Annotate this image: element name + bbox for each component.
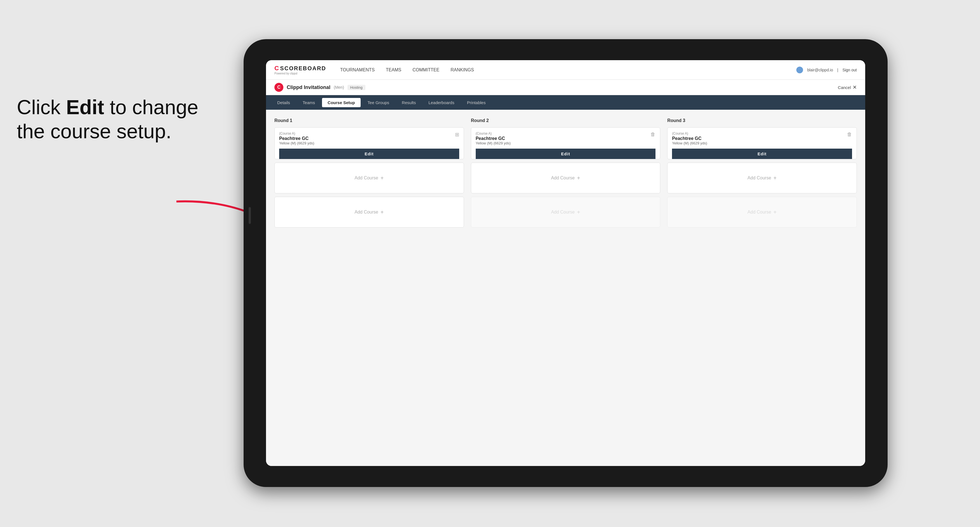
round-1-add-course-1[interactable]: Add Course + (274, 163, 464, 194)
nav-committee[interactable]: COMMITTEE (412, 66, 439, 74)
nav-tournaments[interactable]: TOURNAMENTS (340, 66, 375, 74)
round-3-course-info: (Course A) Peachtree GC Yellow (M) (6629… (672, 132, 707, 145)
nav-teams[interactable]: TEAMS (386, 66, 401, 74)
nav-right: blair@clippd.io | Sign out (796, 67, 857, 73)
main-nav: TOURNAMENTS TEAMS COMMITTEE RANKINGS (340, 66, 796, 74)
round-1-course-card: (Course A) Peachtree GC Yellow (M) (6629… (274, 127, 464, 159)
top-nav: C SCOREBOARD Powered by clippd TOURNAMEN… (266, 60, 865, 80)
logo-text: C SCOREBOARD (274, 65, 326, 72)
round-2-course-name: Peachtree GC (476, 136, 511, 141)
tournament-info: C Clippd Invitational (Men) Hosting (274, 83, 365, 92)
round-3-add-course-2: Add Course + (667, 197, 857, 227)
round-3-course-card: (Course A) Peachtree GC Yellow (M) (6629… (667, 127, 857, 159)
logo-subtitle: Powered by clippd (274, 72, 326, 75)
rounds-grid: Round 1 (Course A) Peachtree GC Yellow (… (274, 118, 857, 231)
round-2-course-card: (Course A) Peachtree GC Yellow (M) (6629… (471, 127, 660, 159)
round-1-edit-button[interactable]: Edit (279, 149, 459, 159)
tournament-gender: (Men) (334, 85, 344, 90)
round-1-add-text-2: Add Course + (355, 209, 383, 216)
tab-printables[interactable]: Printables (461, 98, 492, 107)
round-1-expand-icon[interactable]: ⊞ (455, 132, 459, 138)
round-3-plus-icon-1: + (773, 175, 777, 181)
round-3-add-text-2: Add Course + (748, 209, 777, 216)
tab-course-setup[interactable]: Course Setup (322, 98, 361, 107)
round-1-course-tee: Yellow (M) (6629 yds) (279, 141, 314, 145)
round-2-course-label: (Course A) (476, 132, 511, 135)
round-3-course-tee: Yellow (M) (6629 yds) (672, 141, 707, 145)
cancel-button[interactable]: Cancel ✕ (838, 84, 857, 90)
cancel-label: Cancel (838, 85, 851, 90)
round-2-add-course-1[interactable]: Add Course + (471, 163, 660, 194)
round-1-column: Round 1 (Course A) Peachtree GC Yellow (… (274, 118, 464, 231)
round-2-delete-icon[interactable]: 🗑 (651, 132, 655, 137)
avatar (796, 67, 803, 73)
logo-area: C SCOREBOARD Powered by clippd (274, 65, 326, 75)
hosting-badge: Hosting (347, 85, 365, 90)
round-2-course-info: (Course A) Peachtree GC Yellow (M) (6629… (476, 132, 511, 145)
nav-rankings[interactable]: RANKINGS (450, 66, 474, 74)
cancel-icon: ✕ (853, 84, 857, 90)
sign-out-link[interactable]: Sign out (843, 68, 857, 72)
round-3-course-label: (Course A) (672, 132, 707, 135)
round-1-course-name: Peachtree GC (279, 136, 314, 141)
user-email: blair@clippd.io (807, 68, 833, 72)
round-2-edit-button[interactable]: Edit (476, 149, 656, 159)
round-3-delete-icon[interactable]: 🗑 (847, 132, 852, 137)
round-2-add-course-2: Add Course + (471, 197, 660, 227)
round-2-header: Round 2 (471, 118, 660, 123)
tablet-screen: C SCOREBOARD Powered by clippd TOURNAMEN… (266, 60, 865, 466)
round-1-add-course-2[interactable]: Add Course + (274, 197, 464, 227)
round-2-plus-icon-2: + (577, 209, 580, 216)
logo-c-letter: C (274, 65, 279, 71)
round-1-header: Round 1 (274, 118, 464, 123)
round-3-course-name: Peachtree GC (672, 136, 707, 141)
round-1-course-info: (Course A) Peachtree GC Yellow (M) (6629… (279, 132, 314, 145)
side-button (249, 207, 251, 224)
round-2-add-text-2: Add Course + (551, 209, 580, 216)
tournament-logo: C (274, 83, 283, 92)
round-2-plus-icon-1: + (577, 175, 580, 181)
round-3-header: Round 3 (667, 118, 857, 123)
round-3-column: Round 3 (Course A) Peachtree GC Yellow (… (667, 118, 857, 231)
round-1-course-label: (Course A) (279, 132, 314, 135)
round-2-column: Round 2 (Course A) Peachtree GC Yellow (… (471, 118, 660, 231)
round-3-edit-button[interactable]: Edit (672, 149, 852, 159)
tab-tee-groups[interactable]: Tee Groups (362, 98, 395, 107)
logo-wordmark: SCOREBOARD (280, 65, 326, 71)
round-1-plus-icon-1: + (380, 175, 384, 181)
annotation-text: Click Edit to change the course setup. (17, 95, 213, 144)
round-1-card-inner: (Course A) Peachtree GC Yellow (M) (6629… (279, 132, 459, 145)
round-3-add-course-1[interactable]: Add Course + (667, 163, 857, 194)
sub-tabs-bar: Details Teams Course Setup Tee Groups Re… (266, 95, 865, 110)
main-content: Round 1 (Course A) Peachtree GC Yellow (… (266, 110, 865, 466)
tab-leaderboards[interactable]: Leaderboards (423, 98, 460, 107)
round-3-plus-icon-2: + (773, 209, 777, 216)
round-2-add-text-1: Add Course + (551, 175, 580, 181)
tournament-name: Clippd Invitational (287, 84, 330, 90)
tablet-frame: C SCOREBOARD Powered by clippd TOURNAMEN… (243, 39, 888, 487)
round-2-card-inner: (Course A) Peachtree GC Yellow (M) (6629… (476, 132, 656, 145)
tab-details[interactable]: Details (272, 98, 296, 107)
tab-results[interactable]: Results (396, 98, 422, 107)
tab-teams[interactable]: Teams (297, 98, 321, 107)
round-3-add-text-1: Add Course + (748, 175, 777, 181)
tournament-bar: C Clippd Invitational (Men) Hosting Canc… (266, 80, 865, 95)
round-3-card-inner: (Course A) Peachtree GC Yellow (M) (6629… (672, 132, 852, 145)
round-1-plus-icon-2: + (380, 209, 384, 216)
round-1-add-text-1: Add Course + (355, 175, 383, 181)
round-2-course-tee: Yellow (M) (6629 yds) (476, 141, 511, 145)
